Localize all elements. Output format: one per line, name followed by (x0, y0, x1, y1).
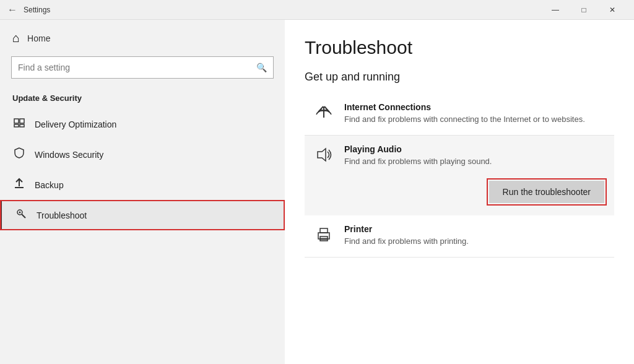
search-box[interactable]: 🔍 (11, 56, 274, 79)
audio-content: Playing Audio Find and fix problems with… (344, 144, 604, 207)
troubleshoot-icon (14, 207, 28, 223)
audio-title: Playing Audio (344, 144, 604, 154)
audio-desc: Find and fix problems with playing sound… (344, 156, 604, 167)
section-label: Update & Security (0, 89, 285, 109)
audio-item[interactable]: Playing Audio Find and fix problems with… (305, 136, 614, 215)
svg-marker-10 (318, 149, 326, 161)
sidebar-home-label: Home (27, 33, 50, 43)
sidebar-item-security[interactable]: Windows Security (0, 139, 285, 170)
titlebar-title: Settings (24, 6, 50, 14)
svg-rect-2 (14, 124, 19, 127)
internet-title: Internet Connections (344, 102, 604, 112)
wifi-icon (315, 103, 334, 126)
titlebar-left: ← Settings (7, 4, 50, 15)
sidebar: ⌂ Home 🔍 Update & Security Delivery Opti… (0, 20, 285, 364)
sidebar-item-delivery[interactable]: Delivery Optimization (0, 109, 285, 139)
svg-line-7 (22, 214, 25, 218)
svg-point-8 (19, 212, 21, 214)
svg-rect-1 (20, 119, 24, 123)
svg-rect-9 (323, 106, 324, 118)
svg-rect-12 (320, 228, 328, 233)
delivery-label: Delivery Optimization (35, 119, 116, 129)
titlebar-controls: — □ ✕ (541, 0, 627, 20)
backup-icon (12, 177, 26, 193)
titlebar: ← Settings — □ ✕ (0, 0, 634, 20)
back-button[interactable]: ← (7, 4, 17, 15)
delivery-icon (12, 116, 26, 132)
content-area: Troubleshoot Get up and running Internet… (285, 20, 634, 364)
svg-rect-0 (14, 119, 19, 123)
section-heading: Get up and running (305, 71, 614, 84)
printer-icon (315, 225, 334, 248)
printer-desc: Find and fix problems with printing. (344, 236, 604, 247)
security-icon (12, 147, 26, 162)
search-icon[interactable]: 🔍 (256, 63, 267, 72)
printer-content: Printer Find and fix problems with print… (344, 224, 604, 247)
audio-icon (315, 145, 334, 168)
home-icon: ⌂ (12, 31, 20, 45)
security-label: Windows Security (35, 150, 103, 160)
maximize-button[interactable]: □ (570, 0, 598, 20)
printer-title: Printer (344, 224, 604, 234)
internet-item[interactable]: Internet Connections Find and fix proble… (305, 93, 614, 136)
sidebar-item-backup[interactable]: Backup (0, 170, 285, 200)
run-troubleshooter-button[interactable]: Run the troubleshooter (489, 181, 604, 203)
close-button[interactable]: ✕ (598, 0, 627, 20)
svg-rect-3 (20, 124, 24, 127)
internet-desc: Find and fix problems with connecting to… (344, 114, 604, 125)
troubleshoot-label: Troubleshoot (37, 210, 87, 220)
search-input[interactable] (18, 63, 256, 72)
sidebar-header: ⌂ Home (0, 20, 285, 51)
internet-content: Internet Connections Find and fix proble… (344, 102, 604, 125)
backup-label: Backup (35, 180, 64, 190)
printer-item[interactable]: Printer Find and fix problems with print… (305, 215, 614, 258)
minimize-button[interactable]: — (541, 0, 570, 20)
sidebar-item-troubleshoot[interactable]: Troubleshoot (0, 200, 285, 230)
main-container: ⌂ Home 🔍 Update & Security Delivery Opti… (0, 20, 634, 364)
page-title: Troubleshoot (305, 37, 614, 58)
